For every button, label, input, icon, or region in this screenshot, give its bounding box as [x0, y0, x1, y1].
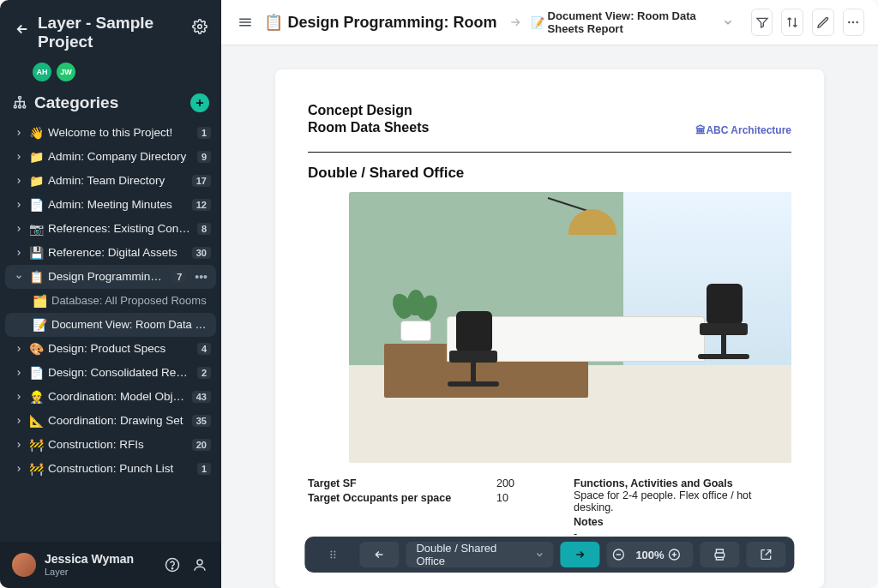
category-label: Welcome to this Project!: [48, 126, 192, 139]
svg-rect-19: [715, 553, 725, 557]
zoom-control: 100%: [606, 542, 693, 567]
project-title: Layer - Sample Project: [33, 14, 190, 52]
chevron-down-icon: [722, 16, 734, 28]
svg-point-16: [334, 557, 335, 559]
chevron-right-icon: [14, 177, 24, 185]
breadcrumb-main[interactable]: 📋 Design Programming: Room Data S…: [264, 13, 500, 32]
view-icon: 📝: [33, 318, 46, 332]
category-item[interactable]: 👷Coordination: Model Objects43: [5, 385, 216, 409]
prev-page-button[interactable]: [359, 542, 399, 567]
field-value: 10: [496, 492, 548, 504]
count-badge: 43: [192, 391, 211, 403]
category-item[interactable]: 💾Reference: Digital Assets30: [5, 241, 216, 265]
print-button[interactable]: [701, 542, 740, 567]
room-image: [349, 192, 791, 463]
doc-rule: [308, 152, 791, 153]
field-label: Target Occupants per space: [308, 492, 496, 504]
categories-header: Categories: [34, 93, 183, 112]
drag-handle[interactable]: [313, 542, 352, 567]
external-link-icon: [760, 548, 773, 561]
svg-point-12: [334, 551, 335, 553]
zoom-in-button[interactable]: [668, 548, 689, 561]
gear-icon: [192, 19, 207, 34]
category-item[interactable]: 📐Coordination: Drawing Set35: [5, 409, 216, 433]
category-tree: 👋Welcome to this Project!1📁Admin: Compan…: [0, 121, 221, 542]
svg-point-1: [19, 96, 21, 99]
category-icon: 👷: [29, 390, 43, 404]
doc-header-line1: Concept Design: [308, 102, 695, 119]
category-icon: 🚧: [29, 462, 43, 476]
arrow-left-icon: [15, 21, 30, 37]
more-button[interactable]: [843, 9, 865, 36]
avatar-chip[interactable]: JW: [57, 63, 75, 81]
sort-button[interactable]: [781, 9, 803, 36]
category-item[interactable]: 🚧Construction: RFIs20: [5, 433, 216, 457]
category-item[interactable]: 📄Design: Consolidated Report2: [5, 361, 216, 385]
category-item[interactable]: 📁Admin: Company Directory9: [5, 145, 216, 169]
field-value: 200: [496, 477, 548, 489]
next-page-button[interactable]: [560, 542, 599, 567]
avatar-chip[interactable]: AH: [33, 63, 51, 81]
category-item[interactable]: 🎨Design: Product Specs4: [5, 337, 216, 361]
category-item[interactable]: 📄Admin: Meeting Minutes12: [5, 193, 216, 217]
count-badge: 1: [197, 127, 211, 139]
field-label: Target SF: [308, 477, 496, 489]
category-item[interactable]: 🚧Construction: Punch List1: [5, 457, 216, 481]
chevron-down-icon: [534, 549, 544, 560]
open-external-button[interactable]: [747, 542, 786, 567]
document-page: Concept Design Room Data Sheets 🏛ABC Arc…: [275, 69, 824, 588]
count-badge: 7: [172, 271, 186, 283]
chevron-right-icon: [14, 129, 24, 137]
project-settings-button[interactable]: [190, 17, 209, 36]
clipboard-icon: 📋: [264, 13, 283, 32]
add-category-button[interactable]: [190, 93, 209, 112]
account-button[interactable]: [190, 555, 209, 574]
back-button[interactable]: [12, 19, 33, 39]
count-badge: 17: [192, 175, 211, 187]
category-label: References: Existing Conditions: [48, 222, 192, 235]
document-viewport[interactable]: Concept Design Room Data Sheets 🏛ABC Arc…: [221, 45, 878, 588]
view-icon: 🗂️: [33, 294, 46, 308]
filter-button[interactable]: [751, 9, 773, 36]
chevron-right-icon: [14, 225, 24, 233]
category-child-item[interactable]: 📝Document View: Room Data Sheets: [5, 313, 216, 337]
org-tree-icon: [12, 95, 27, 111]
view-label: Database: All Proposed Rooms: [51, 294, 211, 307]
svg-point-3: [19, 105, 21, 108]
category-icon: 🎨: [29, 342, 43, 356]
category-label: Coordination: Model Objects: [48, 390, 187, 403]
chevron-right-icon: [14, 345, 24, 353]
project-members[interactable]: AHJW: [0, 63, 221, 93]
help-button[interactable]: [163, 555, 182, 574]
category-item[interactable]: 📋Design Programming: Room7•••: [5, 265, 216, 289]
plus-circle-icon: [668, 548, 682, 561]
toggle-sidebar-button[interactable]: [235, 9, 256, 35]
count-badge: 12: [192, 199, 211, 211]
category-child-item[interactable]: 🗂️Database: All Proposed Rooms: [5, 289, 216, 313]
breadcrumb-sub[interactable]: 📝 Document View: Room Data Sheets Report: [531, 9, 734, 35]
hamburger-icon: [238, 15, 253, 30]
category-item[interactable]: 📁Admin: Team Directory17: [5, 169, 216, 193]
chevron-right-icon: [14, 465, 24, 473]
svg-point-11: [330, 551, 332, 553]
svg-point-9: [852, 21, 854, 23]
category-item[interactable]: 👋Welcome to this Project!1: [5, 121, 216, 145]
category-label: Design Programming: Room: [48, 270, 167, 283]
edit-button[interactable]: [812, 9, 834, 36]
zoom-out-button[interactable]: [611, 548, 632, 561]
breadcrumb-sub-label: Document View: Room Data Sheets Report: [548, 9, 719, 35]
print-icon: [713, 548, 727, 561]
count-badge: 4: [197, 343, 211, 355]
category-item[interactable]: 📷References: Existing Conditions8: [5, 217, 216, 241]
category-icon: 📁: [29, 150, 43, 164]
room-selector[interactable]: Double / Shared Office: [406, 542, 553, 567]
user-avatar[interactable]: [12, 553, 36, 577]
svg-point-4: [23, 105, 26, 108]
field-label: Functions, Activities and Goals: [574, 477, 791, 489]
category-icon: 📁: [29, 174, 43, 188]
doc-header-line2: Room Data Sheets: [308, 119, 695, 136]
chevron-right-icon: [508, 15, 522, 29]
room-selector-label: Double / Shared Office: [416, 542, 526, 567]
count-badge: 1: [197, 463, 211, 475]
item-more-button[interactable]: •••: [191, 270, 211, 284]
